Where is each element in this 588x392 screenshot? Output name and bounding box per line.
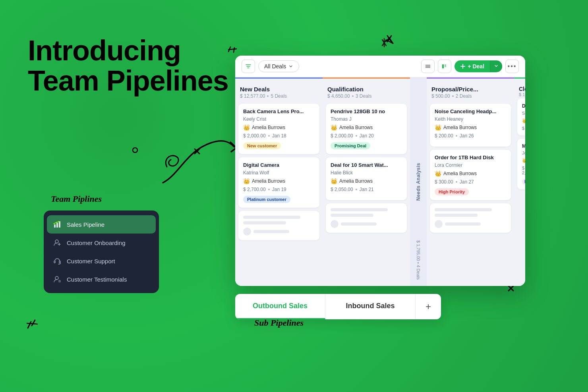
hero-line2: Team Pipelines (28, 66, 228, 96)
svg-rect-16 (54, 224, 56, 228)
deal-tag-6: High Priority (435, 188, 469, 195)
topbar-right: + Deal ••• (421, 60, 519, 73)
svg-rect-25 (54, 261, 55, 263)
deal-tag-2: Platinum customer (243, 196, 290, 203)
team-piplines-label: Team Piplines (51, 194, 102, 204)
column-qualification: Qualification $ 4,650.00 3 Deals Pendriv… (323, 77, 410, 286)
deal-card-8[interactable]: Mirror... Josefa... 👑 Am... $ 2,050... E… (517, 139, 525, 190)
sidebar-item-sales-pipeline[interactable]: Sales Pipeline (47, 215, 156, 234)
topbar-left: All Deals (242, 60, 299, 73)
add-deal-dropdown-arrow[interactable] (490, 61, 502, 72)
owner-name-1: Amelia Burrows (252, 125, 285, 130)
svg-line-6 (234, 48, 234, 52)
svg-line-0 (387, 36, 391, 42)
sub-tab-inbound[interactable]: Inbound Sales (325, 294, 416, 319)
svg-line-4 (195, 149, 199, 154)
deal-title-8: Mirror... (522, 143, 525, 150)
svg-rect-35 (445, 64, 446, 67)
needs-analysis-column: Needs Analysis $ 1,795.00 • 4 Deals (410, 77, 427, 286)
crm-topbar: All Deals (235, 56, 525, 77)
svg-rect-26 (59, 261, 60, 263)
deal-card-skeleton-3 (430, 203, 511, 233)
deal-person-6: Lora Cormier (435, 162, 506, 168)
crm-panel: All Deals (235, 56, 525, 286)
deal-title-7: Digital... (522, 103, 525, 110)
deal-meta-5: $ 200.00 Jan 26 (435, 133, 506, 139)
owner-name-4: Amelia Burrows (339, 178, 373, 184)
list-view-button[interactable] (421, 60, 435, 73)
sidebar-item-customer-testimonials[interactable]: Customer Testimonials (47, 270, 156, 288)
deal-card-4[interactable]: Deal for 10 Smart Wat... Halie Blick 👑 A… (326, 157, 407, 200)
needs-analysis-label: Needs Analysis (416, 163, 421, 201)
svg-line-5 (228, 47, 230, 52)
deal-title-5: Noise Canceling Headp... (435, 108, 506, 115)
svg-line-11 (509, 286, 513, 291)
deal-title-4: Deal for 10 Smart Wat... (331, 162, 402, 169)
col-meta-new-deals: $ 12,577.00 5 Deals (240, 93, 318, 99)
deal-card-1[interactable]: Back Camera Lens Pro... Keely Crist 👑 Am… (238, 104, 319, 154)
svg-point-2 (133, 148, 137, 153)
svg-rect-18 (59, 221, 60, 228)
svg-point-21 (58, 221, 60, 222)
more-options-button[interactable]: ••• (505, 60, 519, 73)
deal-person-2: Katrina Wolf (243, 170, 315, 176)
svg-rect-17 (56, 223, 58, 228)
all-deals-label: All Deals (264, 63, 286, 70)
sidebar-item-customer-support[interactable]: Customer Support (47, 252, 156, 270)
deal-card-skeleton-1 (238, 211, 319, 240)
deal-owner-3: 👑 Amelia Burrows (331, 124, 402, 131)
deal-person-3: Thomas J (331, 116, 402, 122)
deal-person-4: Halie Blick (331, 170, 402, 176)
headset-icon (52, 256, 62, 266)
col-meta-qualification: $ 4,650.00 3 Deals (327, 93, 405, 99)
deal-card-7[interactable]: Digital... Sigurd... 👑 Am... $ 2,00... (517, 98, 525, 135)
col-meta-proposal: $ 500.00 2 Deals (431, 93, 509, 99)
svg-point-20 (56, 222, 57, 223)
column-new-deals: New Deals $ 12,577.00 5 Deals Back Camer… (235, 77, 323, 286)
deal-card-5[interactable]: Noise Canceling Headp... Keith Heaney 👑 … (430, 104, 511, 147)
deal-owner-7: 👑 Am... (522, 118, 525, 124)
kanban-view-button[interactable] (438, 60, 451, 73)
col-title-new-deals: New Deals (240, 86, 318, 93)
col-title-proposal: Proposal/Price... (431, 86, 509, 93)
deal-title-2: Digital Camera (243, 162, 315, 169)
deal-owner-6: 👑 Amelia Burrows (435, 170, 506, 177)
deal-title-1: Back Camera Lens Pro... (243, 108, 315, 115)
deal-title-3: Pendrive 128GB 10 no (331, 108, 402, 115)
col-header-close: Close $ 16,5... (517, 83, 525, 98)
sub-pipelines-label: Sub Pipelines (254, 318, 304, 328)
add-deal-label: + Deal (468, 63, 484, 70)
deal-card-2[interactable]: Digital Camera Katrina Wolf 👑 Amelia Bur… (238, 157, 319, 208)
needs-analysis-amount: $ 1,795.00 • 4 Deals (416, 240, 421, 280)
sidebar-item-customer-onboarding[interactable]: Customer Onboarding (47, 234, 156, 252)
deal-owner-1: 👑 Amelia Burrows (243, 124, 315, 131)
sidebar-item-label-testimonials: Customer Testimonials (67, 276, 127, 283)
add-deal-button[interactable]: + Deal (455, 60, 502, 72)
add-pipeline-button[interactable]: + (416, 294, 441, 319)
sub-tab-outbound[interactable]: Outbound Sales (235, 294, 325, 319)
crown-icon-6: 👑 (435, 170, 441, 177)
deal-meta-4: $ 2,050.00 Jan 21 (331, 187, 402, 192)
deal-card-6[interactable]: Order for 1TB Hard Disk Lora Cormier 👑 A… (430, 150, 511, 200)
col-title-qualification: Qualification (327, 86, 405, 93)
svg-line-15 (27, 323, 37, 324)
deal-owner-8: 👑 Am... (522, 158, 525, 163)
deal-card-3[interactable]: Pendrive 128GB 10 no Thomas J 👑 Amelia B… (326, 104, 407, 154)
deal-amount-8: $ 2,050... (522, 166, 525, 175)
col-header-new-deals: New Deals $ 12,577.00 5 Deals (238, 83, 319, 100)
filter-button[interactable] (242, 60, 255, 73)
sidebar-item-label-support: Customer Support (67, 258, 115, 265)
deal-title-6: Order for 1TB Hard Disk (435, 154, 506, 161)
col-title-close: Close (519, 86, 525, 92)
svg-line-14 (32, 320, 35, 326)
deal-person-5: Keith Heaney (435, 116, 506, 122)
all-deals-dropdown[interactable]: All Deals (258, 60, 299, 72)
column-close-partial: Close $ 16,5... Digital... Sigurd... 👑 A… (514, 77, 525, 286)
svg-line-12 (509, 286, 513, 291)
svg-point-19 (54, 223, 55, 224)
crown-icon-7: 👑 (522, 118, 525, 124)
deal-tag-1: New customer (243, 142, 281, 149)
deal-owner-5: 👑 Amelia Burrows (435, 124, 506, 131)
sidebar-item-label-sales: Sales Pipeline (67, 221, 104, 228)
svg-line-13 (28, 322, 31, 328)
